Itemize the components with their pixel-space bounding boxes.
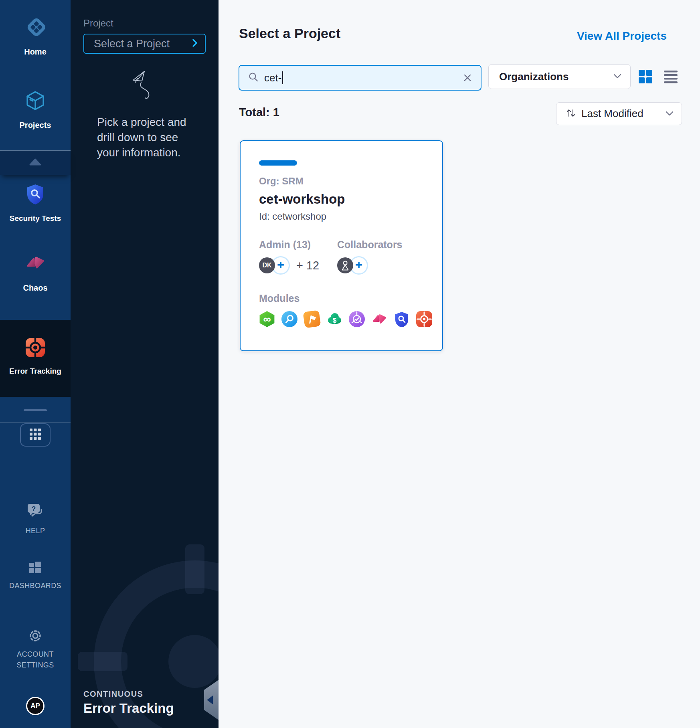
project-nav-panel: Project Select a Project Pick a project …: [71, 0, 218, 728]
project-panel-hint: Pick a project and drill down to see you…: [97, 115, 201, 160]
sidebar-item-help[interactable]: ? HELP: [0, 503, 71, 536]
srm-module-icon: [349, 311, 365, 327]
home-icon: [23, 18, 47, 40]
sidebar-item-error-tracking[interactable]: Error Tracking: [0, 337, 71, 376]
list-view-toggle[interactable]: [664, 70, 678, 83]
project-selector[interactable]: Select a Project: [83, 34, 206, 54]
sidebar-item-label: Security Tests: [10, 214, 61, 223]
admin-label: Admin (13): [259, 239, 311, 251]
results-total: Total: 1: [239, 106, 279, 119]
chaos-icon: [25, 253, 46, 275]
chevron-right-icon: [192, 38, 198, 49]
project-name: cet-workshop: [259, 192, 345, 207]
sidebar-resize-handle[interactable]: [24, 409, 47, 411]
sidebar-item-label: Error Tracking: [9, 367, 61, 376]
list-view-icon: [664, 70, 678, 83]
admin-avatar[interactable]: DK: [259, 257, 275, 273]
sort-dropdown[interactable]: Last Modified: [556, 102, 682, 125]
text-caret: [282, 71, 283, 84]
clear-search-icon[interactable]: [463, 73, 472, 82]
sidebar-item-security-tests[interactable]: Security Tests: [0, 184, 71, 223]
person-icon: [340, 260, 350, 271]
admin-avatars: DK + + 12: [259, 256, 319, 275]
admin-more-count: + 12: [296, 259, 319, 272]
ci-module-icon: ∞: [259, 311, 275, 327]
main-content: Select a Project View All Projects cet- …: [218, 0, 700, 728]
sidebar-item-label: Projects: [20, 121, 51, 130]
project-org: Org: SRM: [259, 176, 303, 187]
search-value: cet-: [264, 72, 281, 84]
grid-view-icon: [639, 70, 652, 83]
paper-plane-illustration: [118, 67, 182, 109]
sidebar-divider: [0, 423, 71, 423]
svg-text:$: $: [333, 317, 337, 324]
chevron-up-icon: [29, 158, 41, 167]
sidebar-item-label: HELP: [26, 526, 45, 536]
svg-text:?: ?: [32, 505, 36, 513]
sidebar-item-label: DASHBOARDS: [9, 580, 61, 591]
app-root: Home Projects: [0, 0, 700, 728]
sidebar-item-account-settings[interactable]: ACCOUNTSETTINGS: [0, 628, 71, 671]
organizations-filter-value: Organizations: [499, 71, 613, 83]
dashboards-icon: [28, 560, 43, 577]
search-icon: [248, 72, 259, 84]
user-avatar[interactable]: AP: [26, 697, 45, 715]
cloud-costs-module-icon: $: [326, 311, 342, 327]
chaos-module-icon: [371, 311, 387, 327]
grid-view-toggle[interactable]: [639, 70, 652, 83]
collaborator-avatar[interactable]: [337, 257, 353, 273]
projects-icon: [24, 90, 46, 113]
sidebar-active-section: Error Tracking: [0, 320, 71, 397]
view-all-projects-link[interactable]: View All Projects: [577, 30, 667, 42]
search-input[interactable]: cet-: [239, 65, 482, 91]
error-tracking-icon: [24, 337, 46, 360]
sidebar-item-dashboards[interactable]: DASHBOARDS: [0, 560, 71, 591]
module-switcher-button[interactable]: [20, 423, 51, 447]
error-tracking-watermark: [71, 0, 218, 728]
project-selector-value: Select a Project: [94, 38, 192, 50]
sort-arrows-icon: [565, 107, 577, 120]
feature-flags-module-icon: [303, 310, 321, 328]
module-icons-row: ∞: [259, 311, 432, 327]
sidebar-scroll-up[interactable]: [0, 151, 71, 175]
gear-icon: [27, 628, 43, 645]
chevron-down-icon: [613, 73, 621, 80]
organizations-filter-dropdown[interactable]: Organizations: [488, 64, 631, 89]
security-tests-module-icon: [394, 311, 410, 327]
modules-label: Modules: [259, 293, 299, 304]
collaborator-avatars: +: [337, 256, 368, 275]
sidebar-item-label: Home: [24, 47, 47, 57]
collaborators-label: Collaborators: [337, 239, 403, 251]
error-tracking-module-icon: [416, 311, 432, 327]
module-kicker: CONTINUOUS: [83, 690, 143, 699]
sidebar-item-home[interactable]: Home: [0, 18, 71, 57]
sidebar-item-chaos[interactable]: Chaos: [0, 253, 71, 293]
sidebar-item-label: Chaos: [23, 283, 47, 293]
cd-discovery-module-icon: [281, 311, 297, 327]
sidebar-item-label: ACCOUNTSETTINGS: [16, 649, 54, 671]
chevron-left-icon: [207, 696, 213, 704]
sort-value: Last Modified: [581, 107, 666, 120]
avatar-initials: AP: [30, 702, 40, 710]
grid-menu-icon: [29, 428, 41, 442]
module-title: Error Tracking: [83, 701, 174, 716]
project-color-bar: [259, 160, 297, 166]
security-tests-icon: [26, 184, 45, 207]
project-panel-label: Project: [83, 18, 113, 29]
help-chat-icon: ?: [26, 503, 45, 522]
chevron-down-icon: [666, 110, 674, 117]
module-sidebar: Home Projects: [0, 0, 71, 728]
panel-collapse-button[interactable]: [204, 680, 218, 720]
project-id: Id: cetworkshop: [259, 211, 326, 222]
page-title: Select a Project: [239, 26, 340, 41]
sidebar-item-projects[interactable]: Projects: [0, 90, 71, 130]
project-card[interactable]: Org: SRM cet-workshop Id: cetworkshop Ad…: [240, 140, 443, 351]
